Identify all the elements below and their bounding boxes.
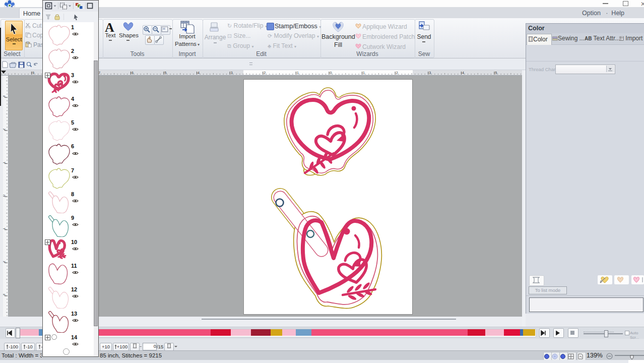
svg-text:3: 3	[429, 71, 431, 75]
svg-text:2: 2	[3, 261, 6, 263]
svg-text:3: 3	[3, 294, 6, 296]
svg-text:1: 1	[3, 228, 6, 230]
svg-text:1: 1	[297, 71, 299, 75]
svg-text:1: 1	[3, 161, 6, 163]
svg-text:6: 6	[132, 71, 134, 75]
svg-text:4: 4	[462, 71, 464, 75]
svg-text:4: 4	[198, 71, 200, 75]
svg-text:2: 2	[396, 71, 398, 75]
svg-text:0: 0	[330, 71, 332, 75]
svg-text:2: 2	[264, 71, 266, 75]
svg-text:3: 3	[231, 71, 233, 75]
svg-text:0: 0	[3, 195, 6, 197]
svg-text:3: 3	[3, 95, 6, 97]
svg-text:2: 2	[3, 129, 6, 131]
svg-text:5: 5	[495, 71, 497, 75]
svg-text:5: 5	[165, 71, 167, 75]
svg-text:9: 9	[32, 71, 34, 75]
svg-text:1: 1	[363, 71, 365, 75]
